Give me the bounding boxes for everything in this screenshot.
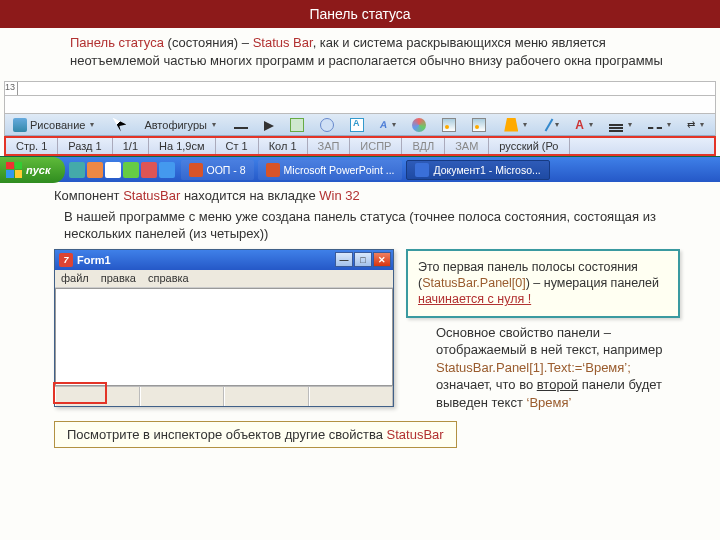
status-trk[interactable]: ИСПР (350, 138, 402, 154)
line-color-button[interactable] (536, 116, 566, 134)
oval-icon (320, 118, 334, 132)
status-col[interactable]: Кол 1 (259, 138, 308, 154)
status-ovr[interactable]: ЗАМ (445, 138, 489, 154)
form-menubar: файл правка справка (55, 270, 393, 288)
autoshapes-button[interactable]: Автофигуры (137, 116, 223, 134)
select-objects-button[interactable] (105, 116, 133, 134)
term-status-bar: Status Bar (253, 35, 313, 50)
status-page[interactable]: Стр. 1 (6, 138, 58, 154)
diagram-icon (412, 118, 426, 132)
arrow-tool-button[interactable] (257, 116, 281, 134)
status-panel-1[interactable] (140, 387, 225, 406)
ruler[interactable]: 13 (5, 82, 715, 96)
fill-color-button[interactable] (497, 116, 534, 134)
intro-paragraph: Панель статуса (состояния) – Status Bar,… (70, 34, 674, 69)
status-panel-2[interactable] (224, 387, 309, 406)
wordart-button[interactable]: A (373, 116, 403, 134)
slide-title: Панель статуса (309, 6, 410, 22)
textbox-tool-button[interactable] (343, 116, 371, 134)
dash-icon (648, 127, 662, 129)
form-titlebar[interactable]: 7 Form1 — □ ✕ (55, 250, 393, 270)
wordart-icon: A (379, 119, 388, 130)
cursor-icon (112, 118, 126, 132)
inspector-hint: Посмотрите в инспекторе объектов другие … (54, 421, 457, 448)
arrow-style-button[interactable]: ⇄ (680, 116, 711, 134)
picture-icon (472, 118, 486, 132)
document-area[interactable] (5, 96, 715, 114)
delphi-icon: 7 (59, 253, 73, 267)
word-window-fragment: 13 Рисование Автофигуры A A ⇄ Стр (4, 81, 716, 156)
tray-icon[interactable] (87, 162, 103, 178)
taskbar-item[interactable]: Microsoft PowerPoint ... (258, 160, 403, 180)
quick-launch (65, 162, 179, 178)
tray-icon[interactable] (123, 162, 139, 178)
delphi-form-window: 7 Form1 — □ ✕ файл правка справка (54, 249, 394, 407)
panel-text-explain: Основное свойство панели – отображаемый … (406, 318, 680, 414)
form-client-area[interactable] (55, 288, 393, 386)
word-status-bar-highlighted: Стр. 1 Разд 1 1/1 На 1,9см Ст 1 Кол 1 ЗА… (4, 136, 716, 156)
line-weight-button[interactable] (602, 116, 639, 134)
bucket-icon (504, 118, 518, 132)
status-pagecount[interactable]: 1/1 (113, 138, 149, 154)
powerpoint-icon (189, 163, 203, 177)
status-lang[interactable]: русский (Ро (489, 138, 569, 154)
drawing-toolbar: Рисование Автофигуры A A ⇄ (5, 114, 715, 136)
clipart-button[interactable] (435, 116, 463, 134)
draw-icon (13, 118, 27, 132)
pen-icon (545, 118, 554, 131)
word-icon (415, 163, 429, 177)
powerpoint-icon (266, 163, 280, 177)
font-color-button[interactable]: A (568, 116, 600, 134)
windows-taskbar: пуск ООП - 8 Microsoft PowerPoint ... До… (0, 156, 720, 182)
oval-tool-button[interactable] (313, 116, 341, 134)
program-description: В нашей программе с меню уже создана пан… (54, 209, 680, 243)
status-rec[interactable]: ЗАП (308, 138, 351, 154)
start-button[interactable]: пуск (0, 157, 65, 183)
close-button[interactable]: ✕ (373, 252, 391, 267)
status-ext[interactable]: ВДЛ (402, 138, 445, 154)
status-section[interactable]: Разд 1 (58, 138, 112, 154)
line-weight-icon (609, 127, 623, 129)
menu-edit[interactable]: правка (101, 272, 136, 285)
arrows-icon: ⇄ (687, 119, 695, 130)
form-title: Form1 (77, 254, 111, 266)
textbox-icon (350, 118, 364, 132)
form-statusbar (55, 386, 393, 406)
taskbar-item-active[interactable]: Документ1 - Microso... (406, 160, 549, 180)
status-panel-3[interactable] (309, 387, 394, 406)
draw-menu-button[interactable]: Рисование (6, 116, 101, 134)
term-status-panel: Панель статуса (70, 35, 164, 50)
tray-icon[interactable] (69, 162, 85, 178)
rectangle-tool-button[interactable] (283, 116, 311, 134)
status-panel-0[interactable] (55, 387, 140, 406)
component-location-line: Компонент StatusBar находится на вкладке… (54, 188, 680, 203)
menu-help[interactable]: справка (148, 272, 189, 285)
status-line[interactable]: Ст 1 (216, 138, 259, 154)
status-at[interactable]: На 1,9см (149, 138, 215, 154)
line-icon (234, 127, 248, 129)
menu-file[interactable]: файл (61, 272, 89, 285)
taskbar-item[interactable]: ООП - 8 (181, 160, 254, 180)
shadow-button[interactable] (713, 116, 720, 134)
rectangle-icon (290, 118, 304, 132)
tray-icon[interactable] (141, 162, 157, 178)
callout-panel0: Это первая панель полосы состояния (Stat… (406, 249, 680, 318)
tray-icon[interactable] (105, 162, 121, 178)
font-color-icon: A (575, 118, 584, 132)
picture-button[interactable] (465, 116, 493, 134)
arrow-icon (264, 121, 274, 131)
maximize-button[interactable]: □ (354, 252, 372, 267)
line-tool-button[interactable] (227, 116, 255, 134)
clipart-icon (442, 118, 456, 132)
windows-logo-icon (6, 162, 22, 178)
tray-icon[interactable] (159, 162, 175, 178)
slide-title-bar: Панель статуса (0, 0, 720, 28)
diagram-button[interactable] (405, 116, 433, 134)
dash-style-button[interactable] (641, 116, 678, 134)
minimize-button[interactable]: — (335, 252, 353, 267)
